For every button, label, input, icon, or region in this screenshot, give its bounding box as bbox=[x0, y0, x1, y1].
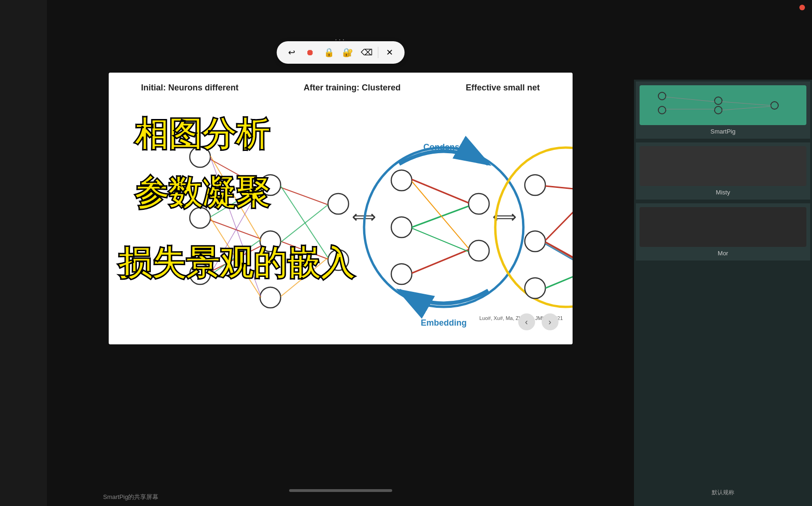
svg-point-4 bbox=[771, 102, 778, 109]
nav-prev-button[interactable]: ‹ bbox=[518, 313, 535, 330]
chinese-text-condense: 参数凝聚 bbox=[134, 176, 269, 209]
svg-point-1 bbox=[658, 106, 666, 114]
svg-point-2 bbox=[715, 97, 722, 104]
svg-line-52 bbox=[545, 186, 573, 191]
svg-point-48 bbox=[525, 231, 545, 252]
svg-line-54 bbox=[545, 268, 573, 288]
bottom-label: SmartPig的共享屏幕 bbox=[103, 493, 158, 501]
chinese-text-embed: 损失景观的嵌入 bbox=[118, 246, 354, 280]
toolbar-divider bbox=[378, 47, 378, 58]
lock2-button[interactable]: 🔐 bbox=[340, 45, 355, 60]
nav-next-button[interactable]: › bbox=[542, 313, 559, 330]
svg-point-36 bbox=[391, 217, 412, 238]
slide-inner: Initial: Neurons different After trainin… bbox=[109, 73, 573, 344]
svg-point-32 bbox=[364, 148, 523, 307]
undo-button[interactable]: ↩ bbox=[284, 45, 299, 60]
svg-point-35 bbox=[391, 170, 412, 191]
close-button[interactable]: ✕ bbox=[382, 45, 397, 60]
lock1-button[interactable]: 🔒 bbox=[321, 45, 336, 60]
svg-point-15 bbox=[328, 193, 349, 214]
svg-line-7 bbox=[722, 102, 771, 105]
svg-line-57 bbox=[545, 244, 573, 271]
slide-container: Initial: Neurons different After trainin… bbox=[109, 73, 573, 344]
misty-label: Misty bbox=[640, 189, 806, 196]
smartpig-panel[interactable]: SmartPig bbox=[636, 82, 810, 139]
svg-point-3 bbox=[715, 106, 722, 114]
svg-line-44 bbox=[412, 228, 469, 252]
svg-line-53 bbox=[545, 192, 573, 240]
mor-thumb bbox=[640, 207, 806, 247]
svg-point-37 bbox=[391, 264, 412, 284]
svg-point-38 bbox=[469, 193, 489, 214]
eraser-button[interactable]: ⌫ bbox=[359, 45, 374, 60]
svg-point-49 bbox=[525, 278, 545, 298]
mor-label: Mor bbox=[640, 250, 806, 257]
svg-point-14 bbox=[260, 287, 281, 308]
smartpig-thumb bbox=[640, 85, 806, 125]
chinese-text-phase: 相图分析 bbox=[134, 117, 269, 151]
right-sidebar: SmartPig Misty Mor 默认规称 bbox=[634, 0, 812, 506]
main-area: ... ↩ ⏺ 🔒 🔐 ⌫ ✕ Initial: Neurons differe… bbox=[47, 0, 634, 506]
annotation-toolbar: ↩ ⏺ 🔒 🔐 ⌫ ✕ bbox=[276, 41, 404, 64]
svg-point-39 bbox=[469, 240, 489, 261]
misty-thumb bbox=[640, 146, 806, 186]
svg-line-42 bbox=[412, 250, 469, 273]
svg-text:Condense: Condense bbox=[423, 142, 464, 152]
status-dot bbox=[799, 5, 805, 10]
svg-point-47 bbox=[525, 175, 545, 195]
bottom-scrollbar[interactable] bbox=[289, 489, 392, 492]
svg-point-0 bbox=[658, 92, 666, 100]
default-label: 默认规称 bbox=[634, 485, 812, 506]
svg-line-5 bbox=[666, 97, 715, 102]
svg-line-56 bbox=[545, 243, 573, 270]
misty-panel[interactable]: Misty bbox=[636, 142, 810, 200]
svg-line-8 bbox=[722, 106, 771, 110]
smartpig-label: SmartPig bbox=[710, 128, 735, 135]
svg-line-41 bbox=[412, 206, 469, 227]
mor-panel[interactable]: Mor bbox=[636, 203, 810, 260]
sidebar-top bbox=[634, 0, 812, 80]
record-button[interactable]: ⏺ bbox=[303, 45, 318, 60]
left-sidebar bbox=[0, 0, 47, 506]
svg-text:Embedding: Embedding bbox=[421, 318, 467, 327]
svg-line-25 bbox=[281, 205, 328, 242]
